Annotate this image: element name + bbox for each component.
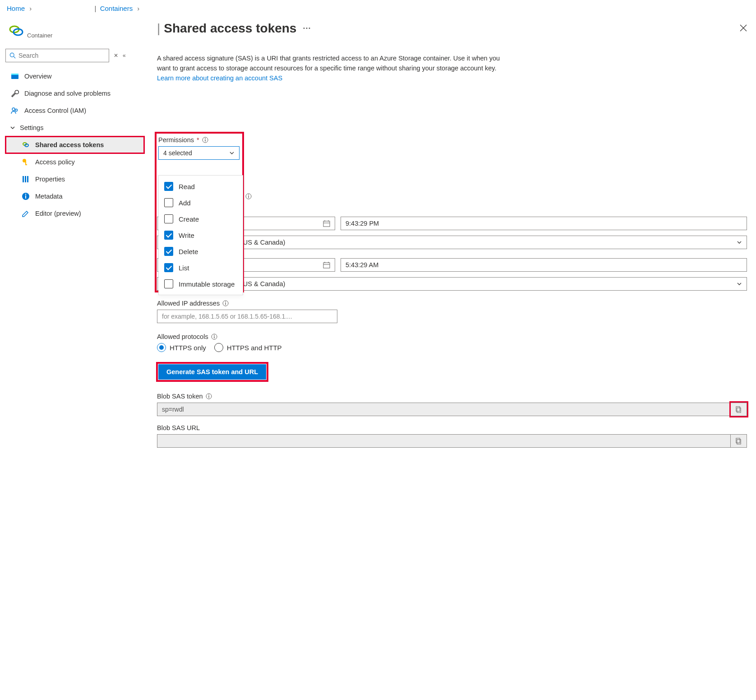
search-icon <box>9 52 16 59</box>
radio-icon <box>157 343 166 352</box>
expiry-time-input[interactable]: 5:43:29 AM <box>341 258 747 272</box>
collapse-sidebar-button[interactable]: « <box>123 52 126 59</box>
svg-rect-14 <box>25 176 26 182</box>
permissions-label: Permissions <box>158 136 194 144</box>
permissions-dropdown[interactable]: 4 selected <box>158 146 240 160</box>
permission-option-label: Read <box>179 183 195 190</box>
info-icon[interactable] <box>206 393 212 399</box>
permission-option-label: Write <box>179 232 194 239</box>
permission-option-immutable-storage[interactable]: Immutable storage <box>159 276 243 292</box>
description-text: A shared access signature (SAS) is a URI… <box>157 54 509 83</box>
people-icon <box>11 107 19 115</box>
allowed-protocols-label: Allowed protocols <box>157 333 208 340</box>
checkbox-icon <box>164 182 173 191</box>
chevron-right-icon: › <box>137 5 139 12</box>
main-panel: | Shared access tokens ··· A shared acce… <box>144 21 756 469</box>
info-icon <box>22 192 30 200</box>
copy-sas-url-button[interactable] <box>731 434 747 448</box>
protocol-https-only[interactable]: HTTPS only <box>157 343 206 352</box>
protocol-https-http[interactable]: HTTPS and HTTP <box>214 343 282 352</box>
nav-shared-access-tokens[interactable]: Shared access tokens <box>5 136 144 153</box>
info-icon[interactable] <box>211 334 217 340</box>
svg-rect-13 <box>23 176 24 182</box>
permission-option-write[interactable]: Write <box>159 227 243 243</box>
expiry-timezone-select[interactable]: (US & Canada) <box>157 277 747 291</box>
permission-option-label: List <box>179 264 189 272</box>
nav-editor[interactable]: Editor (preview) <box>5 205 144 222</box>
radio-icon <box>214 343 223 352</box>
svg-rect-22 <box>205 139 205 142</box>
page-title: | Shared access tokens ··· <box>157 21 311 36</box>
required-asterisk: * <box>197 136 199 144</box>
generate-sas-button[interactable]: Generate SAS token and URL <box>158 364 266 380</box>
permission-option-label: Immutable storage <box>179 280 235 288</box>
permission-option-add[interactable]: Add <box>159 195 243 211</box>
svg-point-26 <box>248 195 249 195</box>
info-icon[interactable] <box>222 300 229 306</box>
info-icon[interactable] <box>202 137 208 143</box>
nav-iam[interactable]: Access Control (IAM) <box>5 102 144 119</box>
copy-sas-token-button[interactable] <box>731 403 747 416</box>
nav-metadata[interactable]: Metadata <box>5 188 144 205</box>
svg-rect-47 <box>736 438 740 443</box>
checkbox-icon <box>164 198 173 207</box>
sidebar: Container ✕ « Overview Diagnose and solv… <box>0 21 144 469</box>
copy-icon <box>735 438 742 445</box>
calendar-icon <box>323 261 330 269</box>
calendar-icon <box>323 220 330 227</box>
svg-point-40 <box>214 335 215 336</box>
svg-rect-12 <box>25 164 27 165</box>
permissions-menu: ReadAddCreateWriteDeleteListImmutable st… <box>158 175 243 295</box>
svg-rect-45 <box>736 407 740 411</box>
svg-point-6 <box>12 108 15 111</box>
svg-rect-44 <box>737 408 741 413</box>
chevron-down-icon <box>737 281 742 287</box>
nav-settings-section[interactable]: Settings <box>5 119 144 136</box>
permission-option-list[interactable]: List <box>159 260 243 276</box>
permission-option-read[interactable]: Read <box>159 178 243 195</box>
checkbox-icon <box>164 279 173 288</box>
svg-rect-36 <box>225 303 226 305</box>
nav-diagnose[interactable]: Diagnose and solve problems <box>5 85 144 102</box>
wrench-icon <box>11 89 19 97</box>
container-type-label: Container <box>27 32 52 39</box>
permission-option-label: Delete <box>179 248 198 255</box>
permission-option-create[interactable]: Create <box>159 211 243 227</box>
svg-rect-27 <box>323 221 330 227</box>
breadcrumb: Home › | Containers › <box>0 0 756 21</box>
chevron-right-icon: › <box>29 5 32 12</box>
chevron-down-icon <box>229 150 235 156</box>
permission-option-delete[interactable]: Delete <box>159 243 243 260</box>
checkbox-icon <box>164 214 173 223</box>
allowed-ip-input[interactable]: for example, 168.1.5.65 or 168.1.5.65-16… <box>157 310 337 323</box>
learn-more-link[interactable]: Learn more about creating an account SAS <box>157 74 282 82</box>
link-chain-icon <box>22 141 30 149</box>
close-panel-button[interactable] <box>740 24 747 33</box>
svg-point-37 <box>225 301 226 302</box>
start-time-input[interactable]: 9:43:29 PM <box>341 217 747 230</box>
sas-token-output[interactable]: sp=rwdl <box>157 403 731 416</box>
properties-icon <box>22 175 30 183</box>
info-icon[interactable] <box>245 193 252 199</box>
allowed-ip-label: Allowed IP addresses <box>157 300 220 307</box>
nav-access-policy[interactable]: Access policy <box>5 153 144 171</box>
clear-search-button[interactable]: ✕ <box>114 52 118 59</box>
more-actions-button[interactable]: ··· <box>303 24 311 33</box>
chevron-down-icon <box>737 240 742 245</box>
search-input[interactable] <box>5 49 109 62</box>
copy-icon <box>735 406 742 413</box>
container-icon <box>8 23 24 41</box>
sas-url-output[interactable] <box>157 434 731 448</box>
svg-rect-39 <box>214 336 214 338</box>
svg-rect-25 <box>248 196 249 198</box>
svg-point-2 <box>10 53 14 57</box>
nav-properties[interactable]: Properties <box>5 171 144 188</box>
breadcrumb-containers[interactable]: Containers <box>100 5 133 12</box>
start-timezone-select[interactable]: (US & Canada) <box>157 236 747 249</box>
svg-rect-31 <box>323 263 330 268</box>
overview-icon <box>11 72 19 80</box>
svg-rect-17 <box>25 195 26 199</box>
svg-point-43 <box>208 394 209 395</box>
breadcrumb-home[interactable]: Home <box>7 5 25 12</box>
nav-overview[interactable]: Overview <box>5 68 144 85</box>
